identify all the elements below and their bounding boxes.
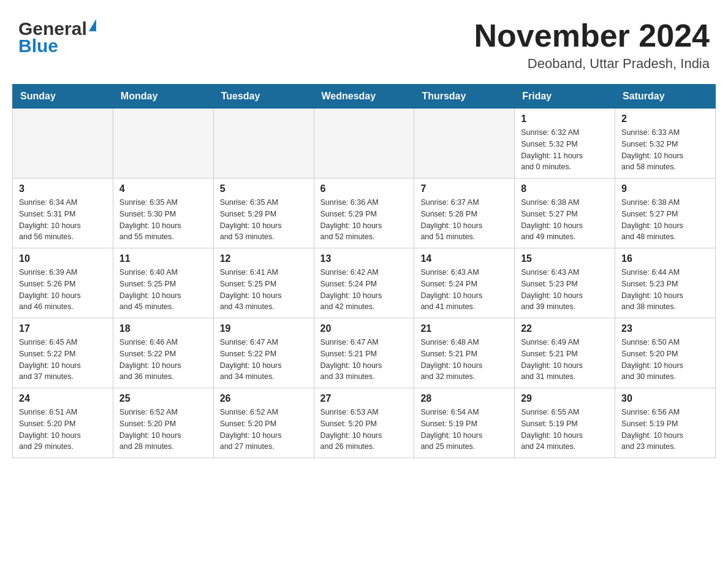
- day-number: 21: [420, 323, 508, 334]
- table-row: 8Sunrise: 6:38 AMSunset: 5:27 PMDaylight…: [515, 178, 615, 248]
- table-row: 24Sunrise: 6:51 AMSunset: 5:20 PMDayligh…: [13, 388, 113, 458]
- day-number: 7: [420, 183, 508, 194]
- calendar-header-row: Sunday Monday Tuesday Wednesday Thursday…: [13, 85, 716, 109]
- day-number: 12: [220, 253, 308, 264]
- day-info: Sunrise: 6:43 AMSunset: 5:23 PMDaylight:…: [521, 267, 609, 313]
- day-info: Sunrise: 6:36 AMSunset: 5:29 PMDaylight:…: [320, 197, 408, 243]
- table-row: 12Sunrise: 6:41 AMSunset: 5:25 PMDayligh…: [213, 248, 314, 318]
- table-row: 3Sunrise: 6:34 AMSunset: 5:31 PMDaylight…: [13, 178, 113, 248]
- day-info: Sunrise: 6:35 AMSunset: 5:29 PMDaylight:…: [220, 197, 308, 243]
- day-info: Sunrise: 6:43 AMSunset: 5:24 PMDaylight:…: [420, 267, 508, 313]
- logo-blue-text: Blue: [18, 36, 58, 56]
- day-number: 14: [420, 253, 508, 264]
- table-row: 1Sunrise: 6:32 AMSunset: 5:32 PMDaylight…: [515, 109, 615, 178]
- day-info: Sunrise: 6:54 AMSunset: 5:19 PMDaylight:…: [420, 407, 508, 453]
- day-number: 4: [119, 183, 207, 194]
- calendar-week-row: 1Sunrise: 6:32 AMSunset: 5:32 PMDaylight…: [13, 109, 716, 178]
- header-monday: Monday: [113, 85, 213, 109]
- table-row: 27Sunrise: 6:53 AMSunset: 5:20 PMDayligh…: [314, 388, 414, 458]
- header-friday: Friday: [515, 85, 615, 109]
- day-info: Sunrise: 6:44 AMSunset: 5:23 PMDaylight:…: [621, 267, 709, 313]
- day-info: Sunrise: 6:40 AMSunset: 5:25 PMDaylight:…: [119, 267, 207, 313]
- calendar-title: November 2024: [474, 18, 710, 53]
- day-info: Sunrise: 6:34 AMSunset: 5:31 PMDaylight:…: [19, 197, 107, 243]
- day-number: 27: [320, 393, 408, 404]
- day-info: Sunrise: 6:35 AMSunset: 5:30 PMDaylight:…: [119, 197, 207, 243]
- day-number: 3: [19, 183, 107, 194]
- table-row: 7Sunrise: 6:37 AMSunset: 5:28 PMDaylight…: [414, 178, 515, 248]
- header-sunday: Sunday: [13, 85, 113, 109]
- day-number: 29: [521, 393, 609, 404]
- day-number: 13: [320, 253, 408, 264]
- table-row: 18Sunrise: 6:46 AMSunset: 5:22 PMDayligh…: [113, 318, 213, 388]
- table-row: 11Sunrise: 6:40 AMSunset: 5:25 PMDayligh…: [113, 248, 213, 318]
- table-row: 29Sunrise: 6:55 AMSunset: 5:19 PMDayligh…: [515, 388, 615, 458]
- day-info: Sunrise: 6:38 AMSunset: 5:27 PMDaylight:…: [521, 197, 609, 243]
- day-info: Sunrise: 6:49 AMSunset: 5:21 PMDaylight:…: [521, 337, 609, 383]
- table-row: 5Sunrise: 6:35 AMSunset: 5:29 PMDaylight…: [213, 178, 314, 248]
- day-number: 15: [521, 253, 609, 264]
- day-info: Sunrise: 6:46 AMSunset: 5:22 PMDaylight:…: [119, 337, 207, 383]
- page-header: General Blue November 2024 Deoband, Utta…: [12, 12, 716, 72]
- day-number: 23: [621, 323, 709, 334]
- table-row: 21Sunrise: 6:48 AMSunset: 5:21 PMDayligh…: [414, 318, 515, 388]
- day-number: 9: [621, 183, 709, 194]
- day-number: 24: [19, 393, 107, 404]
- table-row: 28Sunrise: 6:54 AMSunset: 5:19 PMDayligh…: [414, 388, 515, 458]
- day-number: 18: [119, 323, 207, 334]
- calendar-week-row: 10Sunrise: 6:39 AMSunset: 5:26 PMDayligh…: [13, 248, 716, 318]
- table-row: 22Sunrise: 6:49 AMSunset: 5:21 PMDayligh…: [515, 318, 615, 388]
- day-info: Sunrise: 6:48 AMSunset: 5:21 PMDaylight:…: [420, 337, 508, 383]
- day-number: 17: [19, 323, 107, 334]
- table-row: [414, 109, 515, 178]
- day-info: Sunrise: 6:50 AMSunset: 5:20 PMDaylight:…: [621, 337, 709, 383]
- table-row: 19Sunrise: 6:47 AMSunset: 5:22 PMDayligh…: [213, 318, 314, 388]
- day-info: Sunrise: 6:45 AMSunset: 5:22 PMDaylight:…: [19, 337, 107, 383]
- day-number: 22: [521, 323, 609, 334]
- table-row: [13, 109, 113, 178]
- day-number: 2: [621, 113, 709, 124]
- title-block: November 2024 Deoband, Uttar Pradesh, In…: [474, 18, 710, 72]
- day-number: 11: [119, 253, 207, 264]
- table-row: 13Sunrise: 6:42 AMSunset: 5:24 PMDayligh…: [314, 248, 414, 318]
- table-row: 9Sunrise: 6:38 AMSunset: 5:27 PMDaylight…: [615, 178, 716, 248]
- day-number: 5: [220, 183, 308, 194]
- day-info: Sunrise: 6:52 AMSunset: 5:20 PMDaylight:…: [119, 407, 207, 453]
- table-row: 20Sunrise: 6:47 AMSunset: 5:21 PMDayligh…: [314, 318, 414, 388]
- day-number: 16: [621, 253, 709, 264]
- day-info: Sunrise: 6:56 AMSunset: 5:19 PMDaylight:…: [621, 407, 709, 453]
- day-info: Sunrise: 6:38 AMSunset: 5:27 PMDaylight:…: [621, 197, 709, 243]
- day-info: Sunrise: 6:47 AMSunset: 5:22 PMDaylight:…: [220, 337, 308, 383]
- table-row: 4Sunrise: 6:35 AMSunset: 5:30 PMDaylight…: [113, 178, 213, 248]
- day-info: Sunrise: 6:51 AMSunset: 5:20 PMDaylight:…: [19, 407, 107, 453]
- day-number: 10: [19, 253, 107, 264]
- calendar-week-row: 24Sunrise: 6:51 AMSunset: 5:20 PMDayligh…: [13, 388, 716, 458]
- day-number: 8: [521, 183, 609, 194]
- header-tuesday: Tuesday: [213, 85, 314, 109]
- day-number: 6: [320, 183, 408, 194]
- calendar-table: Sunday Monday Tuesday Wednesday Thursday…: [12, 84, 716, 458]
- day-info: Sunrise: 6:32 AMSunset: 5:32 PMDaylight:…: [521, 127, 609, 173]
- day-number: 20: [320, 323, 408, 334]
- day-info: Sunrise: 6:47 AMSunset: 5:21 PMDaylight:…: [320, 337, 408, 383]
- table-row: [113, 109, 213, 178]
- table-row: [314, 109, 414, 178]
- day-info: Sunrise: 6:53 AMSunset: 5:20 PMDaylight:…: [320, 407, 408, 453]
- header-saturday: Saturday: [615, 85, 716, 109]
- table-row: 26Sunrise: 6:52 AMSunset: 5:20 PMDayligh…: [213, 388, 314, 458]
- calendar-week-row: 3Sunrise: 6:34 AMSunset: 5:31 PMDaylight…: [13, 178, 716, 248]
- header-thursday: Thursday: [414, 85, 515, 109]
- day-number: 30: [621, 393, 709, 404]
- table-row: [213, 109, 314, 178]
- table-row: 15Sunrise: 6:43 AMSunset: 5:23 PMDayligh…: [515, 248, 615, 318]
- day-number: 28: [420, 393, 508, 404]
- header-wednesday: Wednesday: [314, 85, 414, 109]
- day-number: 1: [521, 113, 609, 124]
- table-row: 14Sunrise: 6:43 AMSunset: 5:24 PMDayligh…: [414, 248, 515, 318]
- day-number: 19: [220, 323, 308, 334]
- calendar-week-row: 17Sunrise: 6:45 AMSunset: 5:22 PMDayligh…: [13, 318, 716, 388]
- table-row: 25Sunrise: 6:52 AMSunset: 5:20 PMDayligh…: [113, 388, 213, 458]
- table-row: 10Sunrise: 6:39 AMSunset: 5:26 PMDayligh…: [13, 248, 113, 318]
- day-info: Sunrise: 6:52 AMSunset: 5:20 PMDaylight:…: [220, 407, 308, 453]
- day-number: 25: [119, 393, 207, 404]
